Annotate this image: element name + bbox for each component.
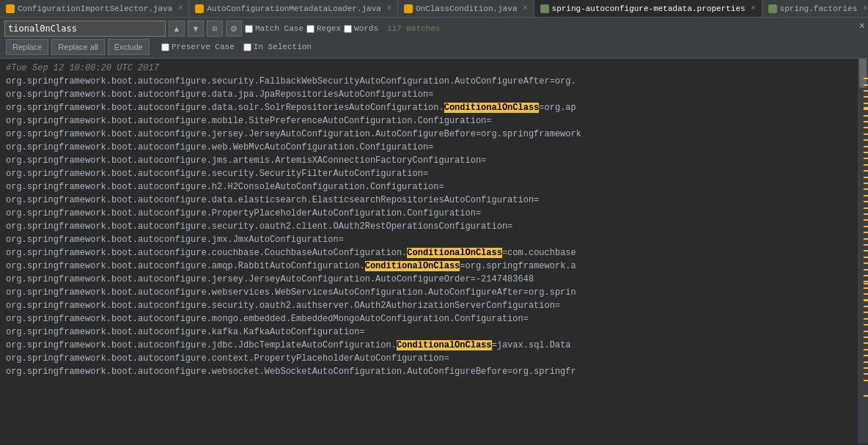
code-line: org.springframework.boot.autoconfigure.j… (0, 128, 858, 141)
tab-bar: ConfigurationImportSelector.java × AutoC… (0, 0, 868, 18)
tab-label: ConfigurationImportSelector.java (18, 4, 172, 13)
scrollbar-marker (864, 207, 868, 209)
replace-all-button[interactable]: Replace all (51, 39, 104, 55)
scrollbar-marker (864, 238, 868, 240)
scrollbar-marker (864, 257, 868, 258)
scrollbar-marker (864, 170, 868, 172)
settings-button[interactable]: ⚙ (226, 21, 242, 37)
filter-button[interactable]: ⊞ (207, 21, 223, 37)
code-line: org.springframework.boot.autoconfigure.w… (0, 365, 858, 378)
preserve-case-checkbox[interactable] (161, 43, 169, 51)
preserve-case-text: Preserve Case (172, 43, 235, 51)
scrollbar-marker (864, 183, 868, 184)
scrollbar-marker (864, 283, 868, 284)
code-line: org.springframework.boot.autoconfigure.j… (0, 339, 858, 352)
scrollbar-marker (864, 127, 868, 128)
search-bar: ▲ ▼ ⊞ ⚙ Match Case Regex Words 117 match… (0, 18, 868, 59)
words-text: Words (354, 24, 378, 33)
code-line: org.springframework.boot.autoconfigure.w… (0, 141, 858, 154)
close-icon[interactable]: × (387, 4, 391, 12)
tab-label: spring.factories (780, 4, 858, 13)
tab-metadataloader[interactable]: AutoConfigurationMetadataLoader.java × (189, 0, 398, 17)
scrollbar-marker (864, 275, 868, 276)
search-row-1: ▲ ▼ ⊞ ⚙ Match Case Regex Words 117 match… (4, 21, 864, 37)
editor-area: #Tue Sep 12 10:08:20 UTC 2017org.springf… (0, 59, 868, 444)
next-match-button[interactable]: ▼ (188, 21, 204, 37)
tab-label: AutoConfigurationMetadataLoader.java (207, 4, 381, 13)
scrollbar-marker (864, 324, 868, 326)
scrollbar-marker (864, 355, 868, 356)
scrollbar-marker (864, 361, 868, 363)
scrollbar-marker (864, 226, 868, 227)
preserve-case-label[interactable]: Preserve Case (161, 43, 235, 51)
code-line: org.springframework.boot.autoconfigure.j… (0, 273, 858, 286)
code-line: org.springframework.boot.autoconfigure.j… (0, 154, 858, 167)
match-case-checkbox[interactable] (245, 25, 253, 33)
scrollbar-marker (864, 164, 868, 166)
tab-configimport[interactable]: ConfigurationImportSelector.java × (0, 0, 189, 17)
code-line: org.springframework.boot.autoconfigure.s… (0, 220, 858, 233)
java-icon (404, 4, 413, 13)
search-match-highlight: ConditionalOnClass (397, 340, 492, 350)
scrollbar-marker (864, 139, 868, 141)
close-icon[interactable]: × (178, 4, 183, 12)
close-search-button[interactable]: × (859, 21, 865, 31)
search-row-2: Replace Replace all Exclude Preserve Cas… (4, 39, 864, 55)
code-line: org.springframework.boot.autoconfigure.s… (0, 75, 858, 88)
code-text: org.springframework.boot.autoconfigure.c… (6, 248, 407, 258)
in-selection-checkbox[interactable] (243, 43, 251, 51)
java-icon (6, 4, 15, 13)
scrollbar-marker (864, 78, 868, 79)
scrollbar-marker (864, 195, 868, 196)
scrollbar-marker (864, 300, 868, 301)
props-icon (540, 4, 549, 13)
code-text: =org.springframework.a (460, 261, 575, 271)
code-line: org.springframework.boot.autoconfigure.w… (0, 286, 858, 299)
replace-button[interactable]: Replace (6, 39, 48, 55)
close-icon[interactable]: × (523, 4, 528, 12)
code-line: org.springframework.boot.autoconfigure.d… (0, 88, 858, 101)
code-line: org.springframework.boot.autoconfigure.k… (0, 326, 858, 339)
tab-onclasscondition[interactable]: OnClassCondition.java × (398, 0, 534, 17)
in-selection-label[interactable]: In Selection (243, 43, 312, 51)
words-label[interactable]: Words (344, 24, 378, 33)
code-line: org.springframework.boot.autoconfigure.j… (0, 233, 858, 246)
scrollbar-marker (864, 121, 868, 122)
scrollbar-marker (864, 232, 868, 233)
exclude-button[interactable]: Exclude (108, 39, 150, 55)
scrollbar-marker (864, 336, 868, 338)
prev-match-button[interactable]: ▲ (169, 21, 185, 37)
scrollbar-marker (864, 395, 868, 397)
scrollbar-marker (864, 115, 868, 117)
close-icon[interactable]: × (751, 4, 756, 12)
code-line: org.springframework.boot.autoconfigure.m… (0, 312, 858, 326)
scrollbar-track[interactable] (858, 59, 868, 444)
regex-checkbox[interactable] (306, 25, 315, 33)
scrollbar-marker (864, 367, 868, 369)
words-checkbox[interactable] (344, 25, 352, 33)
scrollbar-marker (864, 342, 868, 344)
scrollbar-markers (864, 59, 868, 444)
code-text: org.springframework.boot.autoconfigure.j… (6, 340, 397, 350)
tab-properties[interactable]: spring-autoconfigure-metadata.properties… (534, 0, 762, 17)
scrollbar-marker (864, 146, 868, 147)
scrollbar-marker (864, 213, 868, 215)
scrollbar-marker (864, 158, 868, 159)
match-case-label[interactable]: Match Case (245, 24, 304, 33)
java-icon (195, 4, 204, 13)
scrollbar-marker (864, 287, 868, 289)
scrollbar-marker (864, 293, 868, 295)
tab-factories[interactable]: spring.factories × (762, 0, 868, 17)
scrollbar-marker (864, 109, 868, 110)
code-text: =org.ap (539, 103, 575, 113)
regex-label[interactable]: Regex (306, 24, 341, 33)
close-icon[interactable]: × (863, 4, 867, 12)
search-input[interactable] (4, 21, 166, 37)
scrollbar-marker (864, 349, 868, 350)
factories-icon (768, 4, 777, 13)
match-count: 117 matches (387, 24, 441, 33)
scrollbar-marker (864, 188, 868, 190)
code-line: org.springframework.boot.autoconfigure.c… (0, 352, 858, 365)
scrollbar-marker (864, 177, 868, 178)
in-selection-text: In Selection (254, 43, 312, 51)
